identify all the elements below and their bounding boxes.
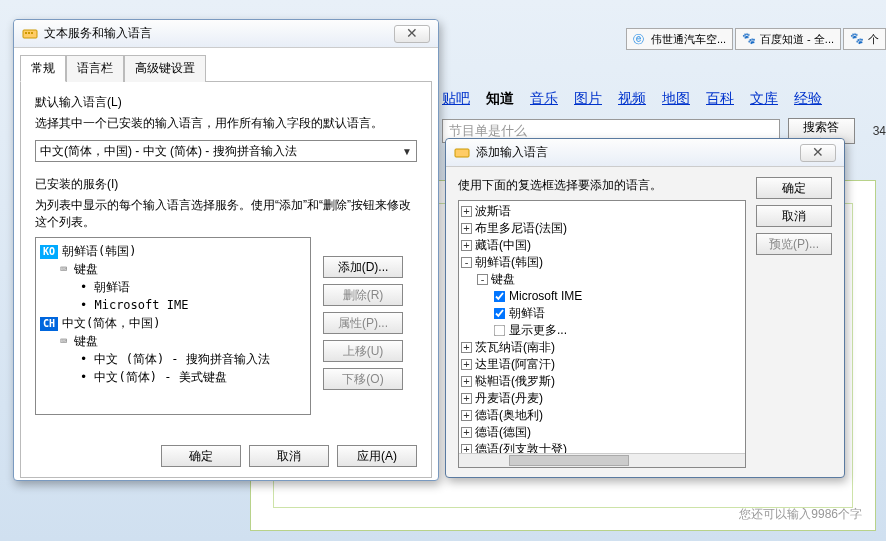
- tree-node[interactable]: -朝鲜语(韩国): [461, 254, 743, 271]
- tab-general[interactable]: 常规: [20, 55, 66, 82]
- add-input-language-dialog: 添加输入语言 ✕ 使用下面的复选框选择要添加的语言。 +波斯语+布里多尼语(法国…: [445, 138, 845, 478]
- moveup-button[interactable]: 上移(U): [323, 340, 403, 362]
- tree-lang-ko[interactable]: 朝鲜语(韩国): [62, 244, 136, 258]
- tree-node[interactable]: +德语(德国): [461, 424, 743, 441]
- tree-label: 德语(奥地利): [475, 408, 543, 422]
- cancel-button[interactable]: 取消: [249, 445, 329, 467]
- keyboard-icon: [454, 145, 470, 161]
- preview-button[interactable]: 预览(P)...: [756, 233, 832, 255]
- tab-label: 伟世通汽车空...: [651, 32, 726, 47]
- horizontal-scrollbar[interactable]: [459, 453, 745, 467]
- tree-item[interactable]: 中文(简体) - 美式键盘: [94, 370, 226, 384]
- tree-checkbox-item[interactable]: Microsoft IME: [461, 288, 743, 305]
- dialog-title: 添加输入语言: [476, 144, 800, 161]
- tree-checkbox-item[interactable]: 朝鲜语: [461, 305, 743, 322]
- cancel-button[interactable]: 取消: [756, 205, 832, 227]
- browser-tabstrip: ⓔ 伟世通汽车空... 🐾 百度知道 - 全... 🐾 个: [626, 28, 886, 50]
- tree-label: 波斯语: [475, 204, 511, 218]
- instruction-text: 使用下面的复选框选择要添加的语言。: [458, 177, 746, 194]
- ok-button[interactable]: 确定: [161, 445, 241, 467]
- browser-tab[interactable]: 🐾 百度知道 - 全...: [735, 28, 841, 50]
- nav-wenku[interactable]: 文库: [750, 90, 778, 108]
- nav-zhidao[interactable]: 知道: [486, 90, 514, 108]
- ie-icon: ⓔ: [633, 32, 647, 46]
- nav-image[interactable]: 图片: [574, 90, 602, 108]
- titlebar[interactable]: 文本服务和输入语言 ✕: [14, 20, 438, 48]
- keyboard-icon: ⌨: [60, 262, 67, 276]
- dialog-title: 文本服务和输入语言: [44, 25, 394, 42]
- tree-label: 朝鲜语: [509, 306, 545, 320]
- right-buttons: 确定 取消 预览(P)...: [756, 177, 832, 468]
- svg-rect-1: [25, 32, 27, 34]
- movedown-button[interactable]: 下移(O): [323, 368, 403, 390]
- browser-tab[interactable]: ⓔ 伟世通汽车空...: [626, 28, 733, 50]
- expand-icon[interactable]: +: [461, 427, 472, 438]
- properties-button[interactable]: 属性(P)...: [323, 312, 403, 334]
- nav-music[interactable]: 音乐: [530, 90, 558, 108]
- tree-node[interactable]: +丹麦语(丹麦): [461, 390, 743, 407]
- tree-checkbox-item[interactable]: 显示更多...: [461, 322, 743, 339]
- ok-button[interactable]: 确定: [756, 177, 832, 199]
- tree-lang-cn[interactable]: 中文(简体，中国): [62, 316, 160, 330]
- nav-map[interactable]: 地图: [662, 90, 690, 108]
- expand-icon[interactable]: +: [461, 223, 472, 234]
- text-services-dialog: 文本服务和输入语言 ✕ 常规 语言栏 高级键设置 默认输入语言(L) 选择其中一…: [13, 19, 439, 481]
- char-remaining-hint: 您还可以输入9986个字: [739, 506, 862, 523]
- tree-node[interactable]: -键盘: [461, 271, 743, 288]
- tree-node[interactable]: +布里多尼语(法国): [461, 220, 743, 237]
- expand-icon[interactable]: +: [461, 342, 472, 353]
- chevron-down-icon: ▼: [402, 146, 412, 157]
- tree-node[interactable]: +德语(奥地利): [461, 407, 743, 424]
- nav-tieba[interactable]: 贴吧: [442, 90, 470, 108]
- tree-label: 朝鲜语(韩国): [475, 255, 543, 269]
- expand-icon[interactable]: +: [461, 359, 472, 370]
- expand-icon[interactable]: +: [461, 393, 472, 404]
- tab-langbar[interactable]: 语言栏: [66, 55, 124, 82]
- combo-value: 中文(简体，中国) - 中文 (简体) - 搜狗拼音输入法: [40, 143, 297, 160]
- apply-button[interactable]: 应用(A): [337, 445, 417, 467]
- default-lang-combo[interactable]: 中文(简体，中国) - 中文 (简体) - 搜狗拼音输入法 ▼: [35, 140, 417, 162]
- tree-item[interactable]: Microsoft IME: [94, 298, 188, 312]
- installed-services-tree[interactable]: KO朝鲜语(韩国) ⌨ 键盘 • 朝鲜语 • Microsoft IME CH中…: [35, 237, 311, 415]
- tree-checkbox[interactable]: [494, 325, 506, 337]
- browser-tab[interactable]: 🐾 个: [843, 28, 886, 50]
- keyboard-icon: [22, 26, 38, 42]
- tree-item[interactable]: 中文 (简体) - 搜狗拼音输入法: [94, 352, 269, 366]
- language-treeview[interactable]: +波斯语+布里多尼语(法国)+藏语(中国)-朝鲜语(韩国)-键盘Microsof…: [458, 200, 746, 468]
- tree-node[interactable]: +茨瓦纳语(南非): [461, 339, 743, 356]
- tree-checkbox[interactable]: [494, 308, 506, 320]
- nav-video[interactable]: 视频: [618, 90, 646, 108]
- collapse-icon[interactable]: -: [461, 257, 472, 268]
- remove-button[interactable]: 删除(R): [323, 284, 403, 306]
- tab-label: 百度知道 - 全...: [760, 32, 834, 47]
- default-lang-desc: 选择其中一个已安装的输入语言，用作所有输入字段的默认语言。: [35, 115, 417, 132]
- tree-keyboard-label: 键盘: [74, 334, 98, 348]
- expand-icon[interactable]: +: [461, 376, 472, 387]
- expand-icon[interactable]: +: [461, 410, 472, 421]
- tree-node[interactable]: +鞑靼语(俄罗斯): [461, 373, 743, 390]
- close-icon[interactable]: ✕: [394, 25, 430, 43]
- nav-baike[interactable]: 百科: [706, 90, 734, 108]
- tree-label: Microsoft IME: [509, 289, 582, 303]
- svg-rect-2: [28, 32, 30, 34]
- svg-rect-3: [31, 32, 33, 34]
- tree-node[interactable]: +波斯语: [461, 203, 743, 220]
- tree-checkbox[interactable]: [494, 291, 506, 303]
- nav-jingyan[interactable]: 经验: [794, 90, 822, 108]
- lang-badge-ko: KO: [40, 245, 58, 259]
- expand-icon[interactable]: +: [461, 206, 472, 217]
- installed-label: 已安装的服务(I): [35, 176, 417, 193]
- collapse-icon[interactable]: -: [477, 274, 488, 285]
- tree-item[interactable]: 朝鲜语: [94, 280, 130, 294]
- tree-node[interactable]: +达里语(阿富汗): [461, 356, 743, 373]
- dialog-bottom-buttons: 确定 取消 应用(A): [161, 445, 417, 467]
- expand-icon[interactable]: +: [461, 240, 472, 251]
- titlebar[interactable]: 添加输入语言 ✕: [446, 139, 844, 167]
- tree-label: 丹麦语(丹麦): [475, 391, 543, 405]
- add-button[interactable]: 添加(D)...: [323, 256, 403, 278]
- tree-node[interactable]: +藏语(中国): [461, 237, 743, 254]
- tab-panel-general: 默认输入语言(L) 选择其中一个已安装的输入语言，用作所有输入字段的默认语言。 …: [20, 82, 432, 478]
- scrollbar-thumb[interactable]: [509, 455, 629, 466]
- tab-advanced[interactable]: 高级键设置: [124, 55, 206, 82]
- close-icon[interactable]: ✕: [800, 144, 836, 162]
